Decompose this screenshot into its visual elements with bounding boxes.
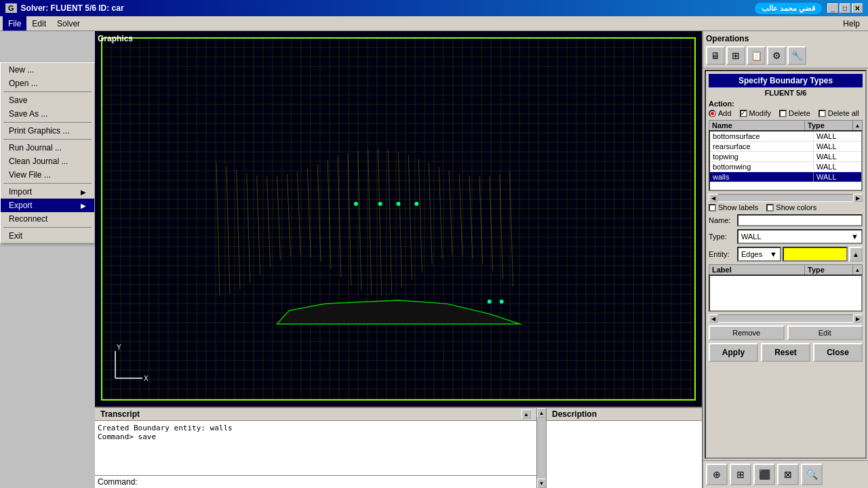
- menu-file[interactable]: File: [3, 16, 26, 30]
- remove-button[interactable]: Remove: [709, 325, 785, 340]
- transcript-scrollbar[interactable]: ▲ ▼: [536, 408, 546, 488]
- action-add[interactable]: Add: [709, 109, 732, 117]
- tool-btn-4[interactable]: ⊠: [777, 464, 799, 485]
- lt-scrolltrack: [718, 314, 853, 323]
- name-input[interactable]: [737, 214, 863, 226]
- graphics-label: Graphics: [98, 34, 133, 43]
- check-delete-all[interactable]: [818, 110, 826, 117]
- apply-button[interactable]: Apply: [709, 343, 758, 362]
- dropdown-item-view-file[interactable]: View File ...: [1, 168, 94, 182]
- list-scroll-left[interactable]: ◀: [709, 194, 718, 202]
- mesh-canvas: [95, 31, 702, 407]
- menu-help[interactable]: Help: [837, 16, 865, 30]
- toolbar-icon-4[interactable]: ⚙: [767, 46, 786, 65]
- toolbar-icon-2[interactable]: ⊞: [726, 46, 745, 65]
- dropdown-item-exit[interactable]: Exit: [1, 229, 94, 243]
- check-show-labels[interactable]: [709, 204, 716, 211]
- dropdown-item-reconnect[interactable]: Reconnect: [1, 212, 94, 226]
- description-content: [547, 421, 702, 488]
- entity-up-btn[interactable]: ▲: [849, 247, 863, 262]
- lt-scroll-right[interactable]: ▶: [853, 314, 863, 323]
- dropdown-item-clean-journal[interactable]: Clean Journal ...: [1, 155, 94, 168]
- axes-svg: Y X: [108, 344, 149, 385]
- boundary-types-panel: Specify Boundary Types FLUENT 5/6 Action…: [705, 70, 867, 459]
- tool-btn-3[interactable]: ⬛: [753, 464, 775, 485]
- scroll-up-btn[interactable]: ▲: [537, 408, 547, 418]
- dropdown-item-run-journal[interactable]: Run Journal ...: [1, 141, 94, 155]
- type-select[interactable]: WALL ▼: [737, 229, 863, 244]
- boundary-type-bottomsurface: WALL: [814, 131, 861, 141]
- lt-scroll-left[interactable]: ◀: [709, 314, 718, 323]
- name-label: Name:: [709, 216, 737, 224]
- entity-select[interactable]: Edges ▼: [737, 247, 781, 262]
- transcript-header: Transcript ▲: [95, 408, 536, 421]
- label-type-header: Label Type ▲: [709, 264, 863, 274]
- boundary-row-walls[interactable]: walls WALL: [710, 172, 861, 182]
- menu-edit[interactable]: Edit: [26, 16, 52, 30]
- boundary-type-walls: WALL: [814, 172, 861, 182]
- tool-btn-2[interactable]: ⊞: [730, 464, 751, 485]
- dropdown-item-print-graphics[interactable]: Print Graphics ...: [1, 124, 94, 138]
- close-button[interactable]: ✕: [852, 3, 863, 13]
- boundary-type-bottomwing: WALL: [814, 162, 861, 171]
- show-colors-option[interactable]: Show colors: [766, 203, 816, 211]
- entity-value-field[interactable]: [783, 247, 848, 262]
- dropdown-item-save[interactable]: Save: [1, 94, 94, 107]
- file-dropdown-menu: New ... Open ... Save Save As ... Print …: [0, 62, 95, 243]
- type-select-arrow: ▼: [851, 232, 859, 241]
- scroll-down-btn[interactable]: ▼: [537, 479, 547, 488]
- arabic-logo: قضي محمد عالب: [755, 3, 822, 14]
- separator-5: [3, 227, 92, 228]
- action-row: Add ✓ Modify Delete Delete all: [709, 109, 863, 117]
- edit-button[interactable]: Edit: [787, 325, 863, 340]
- boundary-row-bottomwing[interactable]: bottomwing WALL: [710, 162, 861, 172]
- transcript-scroll-up[interactable]: ▲: [521, 409, 531, 419]
- check-delete[interactable]: [779, 110, 787, 117]
- radio-add[interactable]: [709, 110, 716, 117]
- title-buttons: _ □ ✕: [827, 3, 863, 13]
- check-modify[interactable]: ✓: [740, 110, 747, 117]
- entity-label: Entity:: [709, 250, 737, 258]
- tool-btn-5[interactable]: 🔍: [801, 464, 823, 485]
- action-modify[interactable]: ✓ Modify: [740, 109, 771, 117]
- show-labels-option[interactable]: Show labels: [709, 203, 758, 211]
- col-name-header: Name: [709, 121, 805, 130]
- app-icon: G: [5, 3, 17, 13]
- transcript-line-1: Created Boundary entity: walls: [98, 424, 534, 432]
- list-scrollbar-top[interactable]: ▲: [852, 121, 862, 130]
- toolbar-icon-1[interactable]: 🖥: [706, 46, 725, 65]
- lt-scroll-bottom: ◀ ▶: [709, 314, 863, 323]
- toolbar-icon-3[interactable]: 📋: [747, 46, 766, 65]
- list-scroll-right[interactable]: ▶: [853, 194, 863, 202]
- command-input[interactable]: [140, 478, 534, 487]
- dropdown-item-export[interactable]: Export ▶: [1, 199, 94, 212]
- type-field-row: Type: WALL ▼: [709, 229, 863, 244]
- maximize-button[interactable]: □: [840, 3, 850, 13]
- action-delete[interactable]: Delete: [779, 109, 810, 117]
- check-show-colors[interactable]: [766, 204, 774, 211]
- action-delete-all[interactable]: Delete all: [818, 109, 859, 117]
- boundary-name-walls: walls: [710, 172, 814, 182]
- close-button-panel[interactable]: Close: [813, 343, 863, 362]
- dropdown-item-new[interactable]: New ...: [1, 63, 94, 77]
- reset-button[interactable]: Reset: [761, 343, 810, 362]
- dropdown-item-save-as[interactable]: Save As ...: [1, 107, 94, 121]
- boundary-row-topwing[interactable]: topwing WALL: [710, 152, 861, 162]
- boundary-row-rearsurface[interactable]: rearsurface WALL: [710, 142, 861, 152]
- lt-scrollbar-top[interactable]: ▲: [852, 265, 862, 274]
- title-bar: G Solver: FLUENT 5/6 ID: car قضي محمد عا…: [0, 0, 868, 16]
- remove-edit-row: Remove Edit: [709, 325, 863, 340]
- entity-select-arrow: ▼: [770, 250, 777, 258]
- dropdown-item-open[interactable]: Open ...: [1, 77, 94, 90]
- transcript-content: Created Boundary entity: walls Command> …: [95, 421, 536, 475]
- boundary-name-bottomsurface: bottomsurface: [710, 131, 814, 141]
- menu-bar: File Edit Solver Help: [0, 16, 868, 31]
- boundary-row-bottomsurface[interactable]: bottomsurface WALL: [710, 131, 861, 142]
- tool-btn-1[interactable]: ⊕: [706, 464, 728, 485]
- toolbar-icon-5[interactable]: 🔧: [787, 46, 806, 65]
- minimize-button[interactable]: _: [827, 3, 838, 13]
- dropdown-item-import[interactable]: Import ▶: [1, 185, 94, 199]
- svg-text:X: X: [144, 375, 149, 382]
- boundary-name-topwing: topwing: [710, 152, 814, 161]
- menu-solver[interactable]: Solver: [52, 16, 85, 30]
